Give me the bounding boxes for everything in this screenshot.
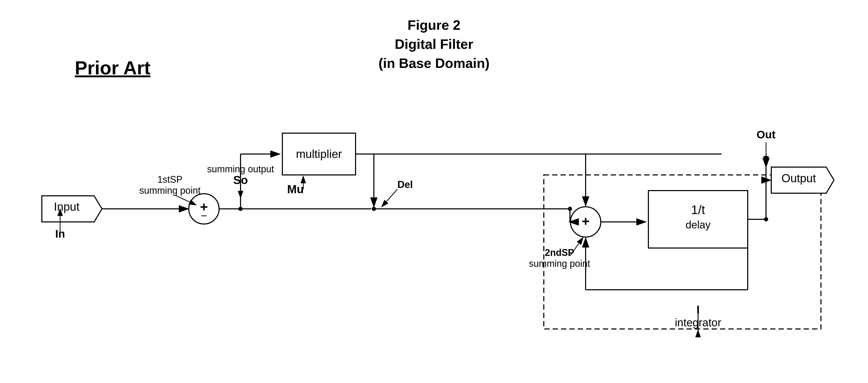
del-arrow [382,189,397,207]
figure-title-line2: Digital Filter [379,35,490,54]
delay-label-bottom: delay [685,219,711,231]
junction3 [764,217,768,221]
diagram-svg: Input In + − 1stSP summing point summing… [21,86,847,360]
sp2-arrow [570,238,583,256]
sum1-minus: − [201,210,207,221]
output-label: Output [781,172,816,184]
prior-art-label: Prior Art [75,57,150,78]
second-sp-label: 2ndSP [545,247,574,258]
page: Figure 2 Digital Filter (in Base Domain)… [0,0,868,383]
first-sp-label: 1stSP [157,174,183,185]
summing-point-label1: summing point [140,185,200,196]
delay-label-top: 1/t [691,203,705,217]
figure-title-line3: (in Base Domain) [379,54,490,73]
summing-point-label2: summing point [529,258,590,269]
del-label: Del [397,179,413,190]
out-label: Out [756,129,775,141]
multiplier-label: multiplier [296,147,342,160]
mu-label: Mu [287,183,304,196]
input-label: Input [54,200,80,213]
sum2-plus: + [582,214,590,229]
figure-title: Figure 2 Digital Filter (in Base Domain) [379,16,490,73]
figure-title-line1: Figure 2 [379,16,490,35]
